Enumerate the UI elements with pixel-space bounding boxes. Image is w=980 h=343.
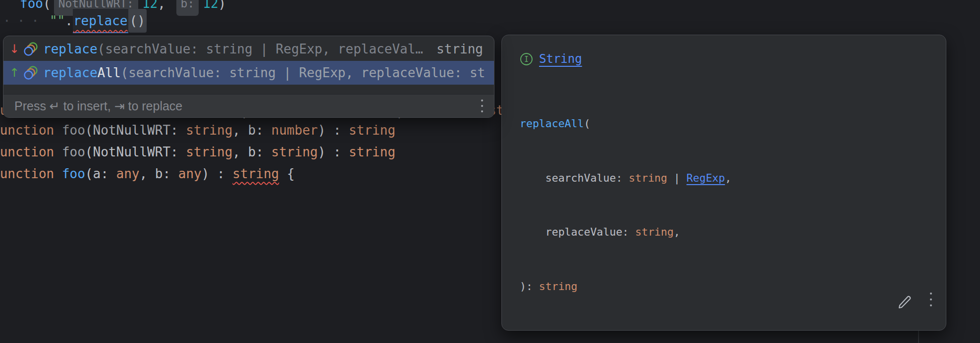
code-token: string: [349, 119, 395, 141]
code-line-overload-string: function foo(NotNullWRT: string, b: stri…: [0, 141, 395, 163]
doc-signature-line: replaceAll(: [520, 115, 946, 133]
documentation-popup: I String replaceAll( searchValue: string…: [501, 35, 946, 331]
code-token: string: [635, 226, 674, 238]
completion-item-signature: (searchValue: string | RegExp, replaceVa…: [98, 37, 431, 61]
code-token: string: [349, 141, 395, 163]
code-line-replace: ···"".replace(): [3, 10, 147, 32]
code-token: function: [0, 119, 54, 141]
completion-item-replace[interactable]: ↓ replace (searchValue: string | RegExp,…: [3, 37, 494, 61]
code-token: function: [0, 141, 54, 163]
code-token: string: [232, 163, 279, 185]
completion-footer: Press ↵ to insert, ⇥ to replace: [3, 94, 494, 117]
replace-call: replace: [73, 9, 128, 33]
completion-item-return-type: string: [436, 37, 487, 61]
completion-item-signature: (searchValue: string | RegExp, replaceVa…: [121, 61, 487, 85]
code-token: ) :: [318, 141, 349, 163]
code-token: any: [178, 163, 202, 185]
doc-title-string-link[interactable]: String: [539, 52, 582, 66]
completion-item-name-match: replace: [43, 61, 98, 85]
code-token: (NotNullWRT:: [85, 119, 186, 141]
code-token: string: [272, 141, 318, 163]
doc-signature-line: replaceValue: string,: [520, 223, 946, 242]
code-token: "": [50, 10, 65, 32]
code-token: ,: [725, 172, 731, 184]
code-token: function: [0, 163, 54, 185]
code-token: (a:: [85, 163, 116, 185]
code-token: [54, 163, 62, 185]
code-token: ···: [3, 10, 46, 32]
inlay-hint-b: b:: [176, 0, 199, 16]
completion-list: ↓ replace (searchValue: string | RegExp,…: [3, 36, 494, 85]
code-line-implementation: function foo(a: any, b: any) : string {: [0, 163, 295, 185]
doc-signature-line: ): string: [520, 278, 946, 296]
code-token: searchValue:: [520, 172, 629, 184]
code-token: foo: [62, 163, 85, 185]
code-token: replaceAll: [520, 117, 584, 130]
doc-menu-kebab-icon[interactable]: [930, 293, 932, 306]
code-token: (): [128, 9, 147, 33]
code-token: string: [629, 172, 667, 184]
completion-menu-kebab-icon[interactable]: [481, 99, 483, 112]
arrow-down-icon: ↓: [9, 43, 23, 55]
code-token: any: [116, 163, 139, 185]
arrow-up-icon: ↑: [9, 67, 23, 79]
completion-popup-spacer: [3, 85, 494, 94]
code-token: [54, 119, 62, 141]
completion-popup: ↓ replace (searchValue: string | RegExp,…: [3, 36, 494, 118]
code-token: ,: [158, 0, 173, 14]
code-token: foo: [62, 141, 85, 163]
code-token: ,: [674, 226, 680, 238]
completion-item-name: replace: [43, 37, 98, 61]
code-token: (: [584, 117, 590, 130]
doc-signature: replaceAll( searchValue: string | RegExp…: [520, 79, 946, 331]
code-token: {: [279, 163, 294, 185]
code-token: ) :: [318, 119, 349, 141]
code-token: ): [218, 0, 226, 14]
code-token: ) :: [202, 163, 233, 185]
code-token: string: [539, 280, 578, 293]
code-token: , b:: [232, 141, 271, 163]
completion-item-replaceall[interactable]: ↑ replace All (searchValue: string | Reg…: [3, 61, 494, 85]
svg-text:I: I: [524, 55, 529, 64]
ide-editor-viewport: foo(NotNullWRT:12, b:12) ···"".replace()…: [0, 0, 980, 343]
code-token: replaceValue:: [520, 226, 635, 238]
code-token: string: [186, 119, 232, 141]
code-token: , b:: [139, 163, 178, 185]
code-token: string: [186, 141, 232, 163]
code-token: (NotNullWRT:: [85, 141, 186, 163]
code-token: .: [65, 10, 73, 32]
code-token: foo: [62, 119, 85, 141]
completion-item-name-rest: All: [98, 61, 121, 85]
edit-pencil-icon[interactable]: [896, 294, 913, 313]
code-token: number: [272, 119, 318, 141]
code-token: , b:: [232, 119, 271, 141]
code-token: 12: [203, 0, 218, 14]
method-icon: [23, 42, 38, 56]
method-icon: [23, 65, 38, 80]
code-token: [54, 141, 62, 163]
completion-hint-text: Press ↵ to insert, ⇥ to replace: [14, 99, 182, 113]
code-token: ):: [520, 280, 539, 293]
code-token: |: [667, 172, 687, 184]
doc-signature-line: searchValue: string | RegExp,: [520, 169, 946, 188]
interface-icon: I: [520, 52, 533, 66]
code-line-overload-number: function foo(NotNullWRT: string, b: numb…: [0, 119, 395, 141]
doc-header: I String: [520, 52, 946, 66]
regexp-link[interactable]: RegExp: [687, 172, 725, 184]
